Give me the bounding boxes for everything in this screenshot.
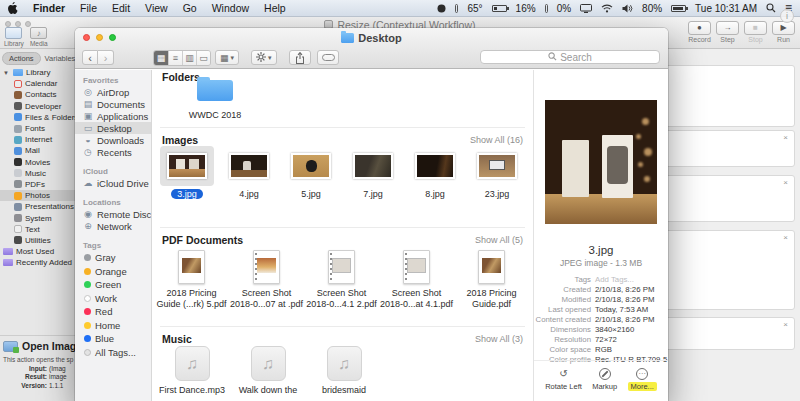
volume-icon[interactable] [622, 4, 633, 13]
file-8-jpg[interactable]: 8.jpg [404, 146, 466, 199]
file-7-jpg[interactable]: 7.jpg [342, 146, 404, 199]
close-icon[interactable]: × [783, 321, 788, 329]
tree-item-contacts[interactable]: Contacts [0, 89, 77, 100]
menu-edit[interactable]: Edit [112, 2, 130, 14]
workflow-action-box[interactable]: × [668, 175, 795, 222]
edit-tags-button[interactable] [317, 50, 339, 65]
tree-item-presentations[interactable]: Presentations [0, 201, 77, 212]
tree-item-internet[interactable]: Internet [0, 134, 77, 145]
sidebar-tag-orange[interactable]: Orange [75, 265, 151, 279]
file-screen-shot-1-pdf[interactable]: Screen Shot2018-0...07 at .pdf [229, 250, 304, 310]
coverflow-view-button[interactable]: ▭ [196, 51, 210, 65]
step-button[interactable]: → Step [716, 21, 739, 43]
sidebar-tag-blue[interactable]: Blue [75, 332, 151, 346]
run-button[interactable]: ▶ Run [772, 21, 795, 43]
tree-item-pdfs[interactable]: PDFs [0, 179, 77, 190]
record-button[interactable]: ● Record [688, 21, 711, 43]
workflow-action-box[interactable]: × [668, 130, 795, 167]
sidebar-tag-green[interactable]: Green [75, 278, 151, 292]
menu-file[interactable]: File [80, 2, 97, 14]
menu-finder[interactable]: Finder [33, 2, 65, 14]
back-button[interactable]: ‹ [82, 50, 98, 65]
tab-actions[interactable]: Actions [2, 52, 41, 65]
sidebar-item-documents[interactable]: ▤Documents [75, 98, 151, 110]
workflow-action-box[interactable]: × [668, 230, 795, 310]
menu-window[interactable]: Window [212, 2, 249, 14]
file-bridesmaid[interactable]: ♫ bridesmaid [306, 346, 382, 395]
sidebar-item-recents[interactable]: ◷Recents [75, 146, 151, 158]
menu-view[interactable]: View [145, 2, 168, 14]
tree-item-movies[interactable]: Movies [0, 157, 77, 168]
tree-item-recently-added[interactable]: Recently Added [0, 257, 77, 268]
sidebar-tag-work[interactable]: Work [75, 292, 151, 306]
search-field[interactable]: Search [480, 50, 660, 64]
sidebar-tag-gray[interactable]: Gray [75, 251, 151, 265]
stop-button[interactable]: ■ Stop [744, 21, 767, 43]
file-first-dance-mp3[interactable]: ♫ First Dance.mp3 [154, 346, 230, 395]
temperature-status[interactable]: 65° [467, 3, 482, 14]
file-walk-down-the[interactable]: ♫ Walk down the [230, 346, 306, 395]
file-screen-shot-2-pdf[interactable]: Screen Shot2018-0...4.1 2.pdf [304, 250, 379, 310]
wifi-icon[interactable] [601, 4, 613, 13]
sidebar-item-network[interactable]: ⊕Network [75, 220, 151, 232]
rotate-left-button[interactable]: ↺ Rotate Left [545, 367, 582, 391]
list-view-button[interactable]: ≡ [168, 51, 182, 65]
percent1-status[interactable]: 16% [516, 3, 536, 14]
tree-item-files-folders[interactable]: Files & Folders [0, 112, 77, 123]
tree-item-text[interactable]: Text [0, 224, 77, 235]
icon-view-button[interactable]: ▦ [154, 51, 168, 65]
show-all-images-link[interactable]: Show All (16) [470, 135, 523, 145]
disclosure-triangle-icon[interactable]: ▼ [3, 70, 10, 76]
forward-button[interactable]: › [98, 50, 114, 65]
tree-item-photos[interactable]: Photos [0, 190, 77, 201]
arrange-menu-button[interactable]: ▦ ▾ [215, 50, 239, 65]
menu-go[interactable]: Go [183, 2, 197, 14]
sidebar-tag-red[interactable]: Red [75, 305, 151, 319]
show-all-pdfs-link[interactable]: Show All (5) [475, 235, 523, 245]
column-view-button[interactable]: ▥ [182, 51, 196, 65]
tree-item-calendar[interactable]: Calendar [0, 78, 77, 89]
file-wwdc-2018-folder[interactable]: WWDC 2018 [184, 80, 246, 120]
battery-status[interactable]: 80% [642, 3, 662, 14]
markup-button[interactable]: Markup [592, 367, 617, 391]
clock-status[interactable]: Tue 10:31 AM [695, 3, 757, 14]
file-3-jpg[interactable]: 3.jpg [156, 146, 218, 199]
file-2018-pricing-guide-5-pdf[interactable]: 2018 PricingGuide (...rk) 5.pdf [154, 250, 229, 310]
sidebar-item-remote-disc[interactable]: ◉Remote Disc [75, 208, 151, 220]
sidebar-item-desktop[interactable]: ▭Desktop [75, 122, 151, 134]
sidebar-item-downloads[interactable]: ◒Downloads [75, 134, 151, 146]
close-icon[interactable]: × [783, 234, 788, 242]
media-button[interactable]: ♪ Media [30, 27, 48, 47]
display-mirroring-icon[interactable] [580, 4, 592, 13]
sidebar-tag-all-tags[interactable]: All Tags... [75, 346, 151, 360]
sidebar-item-airdrop[interactable]: ◎AirDrop [75, 86, 151, 98]
add-tags-field[interactable]: Add Tags... [595, 275, 634, 284]
file-2018-pricing-guide-pdf[interactable]: 2018 PricingGuide.pdf [454, 250, 529, 310]
apple-menu-icon[interactable] [8, 2, 18, 14]
tree-item-music[interactable]: Music [0, 168, 77, 179]
more-button[interactable]: … More... [628, 367, 657, 391]
show-all-music-link[interactable]: Show All (3) [475, 334, 523, 344]
close-icon[interactable]: × [783, 179, 788, 187]
file-4-jpg[interactable]: 4.jpg [218, 146, 280, 199]
action-menu-button[interactable]: ▾ [251, 50, 277, 65]
overlay-info-badge[interactable]: i [780, 9, 794, 23]
file-5-jpg[interactable]: 5.jpg [280, 146, 342, 199]
workflow-action-box[interactable] [668, 65, 795, 127]
tree-item-system[interactable]: System [0, 212, 77, 223]
tree-item-mail[interactable]: Mail [0, 145, 77, 156]
file-23-jpg[interactable]: 23.jpg [466, 146, 528, 199]
sidebar-tag-home[interactable]: Home [75, 319, 151, 333]
close-icon[interactable]: × [783, 134, 788, 142]
library-button[interactable]: Library [4, 27, 24, 47]
file-screen-shot-3-pdf[interactable]: Screen Shot2018-0...at 4.1.pdf [379, 250, 454, 310]
spotlight-icon[interactable] [766, 3, 776, 13]
tree-item-most-used[interactable]: Most Used [0, 246, 77, 257]
tree-item-utilities[interactable]: Utilities [0, 235, 77, 246]
tree-item-library[interactable]: ▼ Library [0, 67, 77, 78]
workflow-action-box[interactable]: × [668, 317, 795, 350]
sidebar-item-applications[interactable]: ▣Applications [75, 110, 151, 122]
tab-variables[interactable]: Variables [45, 54, 76, 63]
share-button[interactable] [289, 50, 311, 65]
tree-item-developer[interactable]: Developer [0, 101, 77, 112]
